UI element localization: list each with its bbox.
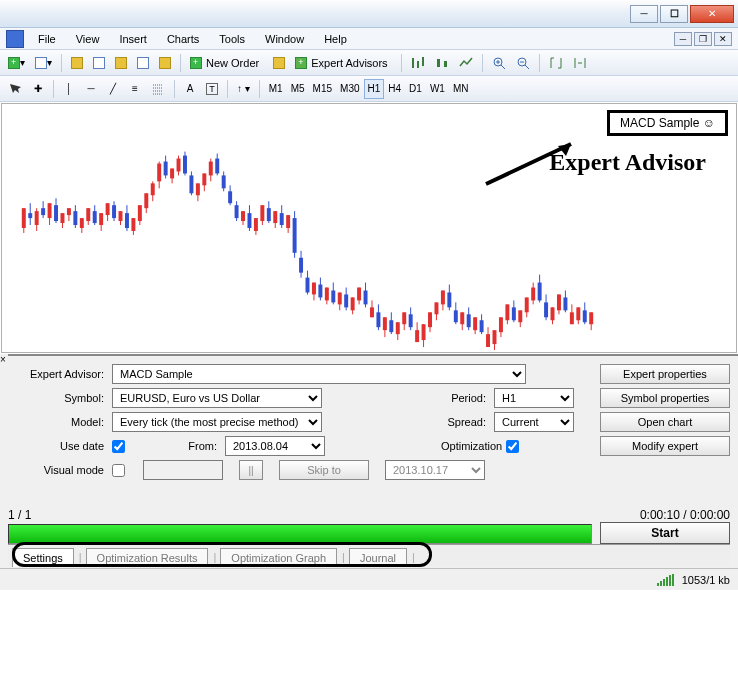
menu-help[interactable]: Help — [314, 30, 357, 48]
fib-button[interactable] — [147, 79, 169, 99]
separator — [259, 80, 260, 98]
line-chart-button[interactable] — [455, 53, 477, 73]
auto-scroll-button[interactable] — [545, 53, 567, 73]
svg-rect-17 — [60, 213, 64, 223]
timeframe-h1[interactable]: H1 — [364, 79, 385, 99]
fib-icon — [151, 82, 165, 96]
new-order-label: New Order — [202, 57, 263, 69]
ea-select[interactable]: MACD Sample — [112, 364, 526, 384]
child-minimize-button[interactable]: ─ — [674, 32, 692, 46]
menu-window[interactable]: Window — [255, 30, 314, 48]
plus-icon — [8, 57, 20, 69]
horizontal-line-button[interactable]: ─ — [81, 79, 101, 99]
menu-insert[interactable]: Insert — [109, 30, 157, 48]
zoom-out-button[interactable] — [512, 53, 534, 73]
expert-properties-button[interactable]: Expert properties — [600, 364, 730, 384]
menu-file[interactable]: File — [28, 30, 66, 48]
tab-optimization-results[interactable]: Optimization Results — [86, 548, 209, 567]
svg-rect-101 — [331, 290, 335, 302]
optimization-checkbox[interactable] — [506, 440, 519, 453]
svg-rect-173 — [563, 297, 567, 310]
svg-rect-159 — [518, 310, 522, 322]
svg-rect-71 — [235, 205, 239, 218]
open-chart-button[interactable]: Open chart — [600, 412, 730, 432]
to-date-select[interactable]: 2013.10.17 — [385, 460, 485, 480]
speed-slider[interactable] — [143, 460, 223, 480]
period-select[interactable]: H1 — [494, 388, 574, 408]
timeframe-m30[interactable]: M30 — [336, 79, 363, 99]
svg-rect-119 — [389, 320, 393, 332]
svg-rect-97 — [318, 285, 322, 298]
timeframe-h4[interactable]: H4 — [384, 79, 405, 99]
navigator-button[interactable] — [111, 53, 131, 73]
text-button[interactable]: A — [180, 79, 200, 99]
symbol-select[interactable]: EURUSD, Euro vs US Dollar — [112, 388, 322, 408]
svg-rect-0 — [437, 59, 440, 67]
timeframe-m5[interactable]: M5 — [287, 79, 309, 99]
minimize-button[interactable]: ─ — [630, 5, 658, 23]
timeframe-m1[interactable]: M1 — [265, 79, 287, 99]
timeframe-w1[interactable]: W1 — [426, 79, 449, 99]
symbol-label: Symbol: — [8, 392, 108, 404]
zoom-in-icon — [492, 56, 506, 70]
model-select[interactable]: Every tick (the most precise method) — [112, 412, 322, 432]
child-close-button[interactable]: ✕ — [714, 32, 732, 46]
vertical-line-button[interactable]: │ — [59, 79, 79, 99]
terminal-button[interactable] — [133, 53, 153, 73]
close-button[interactable]: ✕ — [690, 5, 734, 23]
timeframe-m15[interactable]: M15 — [309, 79, 336, 99]
trendline-button[interactable]: ╱ — [103, 79, 123, 99]
profiles-button[interactable]: ▾ — [31, 53, 56, 73]
app-icon[interactable] — [6, 30, 24, 48]
maximize-button[interactable]: ☐ — [660, 5, 688, 23]
menu-charts[interactable]: Charts — [157, 30, 209, 48]
menu-tools[interactable]: Tools — [209, 30, 255, 48]
spread-select[interactable]: Current — [494, 412, 574, 432]
symbol-properties-button[interactable]: Symbol properties — [600, 388, 730, 408]
from-date-select[interactable]: 2013.08.04 — [225, 436, 325, 456]
visual-mode-checkbox[interactable] — [112, 464, 125, 477]
tester-button[interactable] — [155, 53, 175, 73]
child-restore-button[interactable]: ❐ — [694, 32, 712, 46]
svg-rect-21 — [73, 211, 77, 225]
skip-to-button[interactable]: Skip to — [279, 460, 369, 480]
profile-icon — [35, 57, 47, 69]
svg-rect-63 — [209, 162, 213, 176]
expert-advisors-button[interactable]: Expert Advisors — [291, 53, 395, 73]
new-chart-button[interactable]: ▾ — [4, 53, 29, 73]
start-button[interactable]: Start — [600, 522, 730, 544]
close-tester-button[interactable]: × — [0, 354, 8, 365]
strategy-tester-panel: × Expert Advisor: MACD Sample Expert pro… — [0, 354, 738, 568]
tab-settings[interactable]: Settings — [12, 548, 74, 567]
timeframe-mn[interactable]: MN — [449, 79, 473, 99]
svg-rect-141 — [460, 312, 464, 324]
chart-area[interactable]: MACD Sample ☺ Expert Advisor — [1, 103, 737, 353]
menu-view[interactable]: View — [66, 30, 110, 48]
svg-rect-175 — [570, 312, 574, 324]
market-watch-button[interactable] — [67, 53, 87, 73]
crosshair-button[interactable]: ✚ — [28, 79, 48, 99]
zoom-in-button[interactable] — [488, 53, 510, 73]
svg-rect-145 — [473, 317, 477, 330]
tab-journal[interactable]: Journal — [349, 548, 407, 567]
cursor-button[interactable] — [4, 79, 26, 99]
metaeditor-button[interactable] — [269, 53, 289, 73]
metaeditor-icon — [273, 57, 285, 69]
tab-optimization-graph[interactable]: Optimization Graph — [220, 548, 337, 567]
svg-rect-181 — [589, 312, 593, 324]
timeframe-d1[interactable]: D1 — [405, 79, 426, 99]
zoom-out-icon — [516, 56, 530, 70]
svg-rect-163 — [531, 288, 535, 301]
candle-chart-button[interactable] — [431, 53, 453, 73]
data-window-button[interactable] — [89, 53, 109, 73]
bar-chart-button[interactable] — [407, 53, 429, 73]
new-order-button[interactable]: New Order — [186, 53, 267, 73]
chart-shift-button[interactable] — [569, 53, 591, 73]
svg-rect-55 — [183, 156, 187, 174]
channel-button[interactable]: ≡ — [125, 79, 145, 99]
arrows-button[interactable]: ↑ ▾ — [233, 79, 254, 99]
text-label-button[interactable]: T — [202, 79, 222, 99]
pause-button[interactable]: || — [239, 460, 263, 480]
use-date-checkbox[interactable] — [112, 440, 125, 453]
modify-expert-button[interactable]: Modify expert — [600, 436, 730, 456]
